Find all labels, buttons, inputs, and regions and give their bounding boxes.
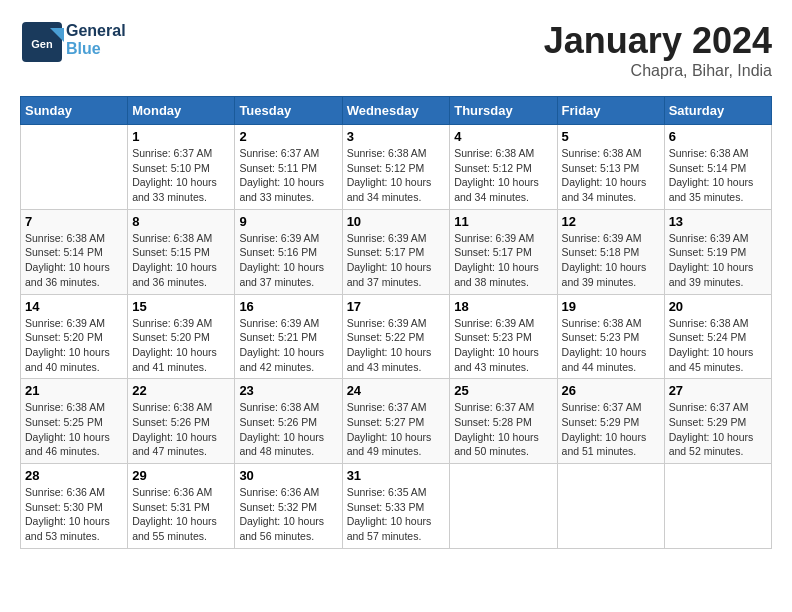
day-cell: 12Sunrise: 6:39 AMSunset: 5:18 PMDayligh… — [557, 209, 664, 294]
svg-text:Gen: Gen — [31, 38, 53, 50]
day-info: Sunrise: 6:37 AMSunset: 5:11 PMDaylight:… — [239, 146, 337, 205]
day-cell: 19Sunrise: 6:38 AMSunset: 5:23 PMDayligh… — [557, 294, 664, 379]
day-info: Sunrise: 6:39 AMSunset: 5:22 PMDaylight:… — [347, 316, 446, 375]
day-info: Sunrise: 6:38 AMSunset: 5:14 PMDaylight:… — [669, 146, 767, 205]
day-number: 16 — [239, 299, 337, 314]
day-info: Sunrise: 6:39 AMSunset: 5:17 PMDaylight:… — [454, 231, 552, 290]
day-cell — [557, 464, 664, 549]
day-info: Sunrise: 6:37 AMSunset: 5:28 PMDaylight:… — [454, 400, 552, 459]
day-number: 30 — [239, 468, 337, 483]
week-row-1: 1Sunrise: 6:37 AMSunset: 5:10 PMDaylight… — [21, 125, 772, 210]
day-cell: 3Sunrise: 6:38 AMSunset: 5:12 PMDaylight… — [342, 125, 450, 210]
day-cell: 30Sunrise: 6:36 AMSunset: 5:32 PMDayligh… — [235, 464, 342, 549]
day-cell: 23Sunrise: 6:38 AMSunset: 5:26 PMDayligh… — [235, 379, 342, 464]
day-cell: 8Sunrise: 6:38 AMSunset: 5:15 PMDaylight… — [128, 209, 235, 294]
day-info: Sunrise: 6:39 AMSunset: 5:16 PMDaylight:… — [239, 231, 337, 290]
day-number: 28 — [25, 468, 123, 483]
day-info: Sunrise: 6:38 AMSunset: 5:23 PMDaylight:… — [562, 316, 660, 375]
day-number: 4 — [454, 129, 552, 144]
day-cell: 1Sunrise: 6:37 AMSunset: 5:10 PMDaylight… — [128, 125, 235, 210]
day-number: 24 — [347, 383, 446, 398]
title-block: January 2024 Chapra, Bihar, India — [544, 20, 772, 80]
day-cell: 26Sunrise: 6:37 AMSunset: 5:29 PMDayligh… — [557, 379, 664, 464]
day-number: 2 — [239, 129, 337, 144]
day-cell: 22Sunrise: 6:38 AMSunset: 5:26 PMDayligh… — [128, 379, 235, 464]
day-number: 8 — [132, 214, 230, 229]
day-cell: 14Sunrise: 6:39 AMSunset: 5:20 PMDayligh… — [21, 294, 128, 379]
day-cell: 15Sunrise: 6:39 AMSunset: 5:20 PMDayligh… — [128, 294, 235, 379]
day-cell: 9Sunrise: 6:39 AMSunset: 5:16 PMDaylight… — [235, 209, 342, 294]
day-info: Sunrise: 6:39 AMSunset: 5:21 PMDaylight:… — [239, 316, 337, 375]
day-info: Sunrise: 6:36 AMSunset: 5:31 PMDaylight:… — [132, 485, 230, 544]
day-cell: 4Sunrise: 6:38 AMSunset: 5:12 PMDaylight… — [450, 125, 557, 210]
day-number: 21 — [25, 383, 123, 398]
day-cell: 16Sunrise: 6:39 AMSunset: 5:21 PMDayligh… — [235, 294, 342, 379]
day-info: Sunrise: 6:39 AMSunset: 5:20 PMDaylight:… — [132, 316, 230, 375]
day-cell: 27Sunrise: 6:37 AMSunset: 5:29 PMDayligh… — [664, 379, 771, 464]
day-info: Sunrise: 6:36 AMSunset: 5:32 PMDaylight:… — [239, 485, 337, 544]
day-number: 31 — [347, 468, 446, 483]
day-number: 27 — [669, 383, 767, 398]
day-number: 23 — [239, 383, 337, 398]
day-info: Sunrise: 6:37 AMSunset: 5:10 PMDaylight:… — [132, 146, 230, 205]
day-cell: 28Sunrise: 6:36 AMSunset: 5:30 PMDayligh… — [21, 464, 128, 549]
day-number: 10 — [347, 214, 446, 229]
day-number: 6 — [669, 129, 767, 144]
calendar-table: SundayMondayTuesdayWednesdayThursdayFrid… — [20, 96, 772, 549]
day-info: Sunrise: 6:38 AMSunset: 5:12 PMDaylight:… — [454, 146, 552, 205]
day-cell: 20Sunrise: 6:38 AMSunset: 5:24 PMDayligh… — [664, 294, 771, 379]
logo-icon: Gen — [20, 20, 60, 60]
week-row-5: 28Sunrise: 6:36 AMSunset: 5:30 PMDayligh… — [21, 464, 772, 549]
logo-text: General Blue — [66, 22, 126, 57]
day-number: 1 — [132, 129, 230, 144]
day-cell: 7Sunrise: 6:38 AMSunset: 5:14 PMDaylight… — [21, 209, 128, 294]
header-monday: Monday — [128, 97, 235, 125]
header-friday: Friday — [557, 97, 664, 125]
day-number: 5 — [562, 129, 660, 144]
day-cell: 25Sunrise: 6:37 AMSunset: 5:28 PMDayligh… — [450, 379, 557, 464]
day-cell: 24Sunrise: 6:37 AMSunset: 5:27 PMDayligh… — [342, 379, 450, 464]
day-number: 20 — [669, 299, 767, 314]
day-info: Sunrise: 6:37 AMSunset: 5:29 PMDaylight:… — [562, 400, 660, 459]
header-sunday: Sunday — [21, 97, 128, 125]
day-info: Sunrise: 6:38 AMSunset: 5:13 PMDaylight:… — [562, 146, 660, 205]
day-cell — [21, 125, 128, 210]
day-number: 22 — [132, 383, 230, 398]
header-thursday: Thursday — [450, 97, 557, 125]
day-info: Sunrise: 6:39 AMSunset: 5:20 PMDaylight:… — [25, 316, 123, 375]
header-tuesday: Tuesday — [235, 97, 342, 125]
day-cell: 18Sunrise: 6:39 AMSunset: 5:23 PMDayligh… — [450, 294, 557, 379]
header-saturday: Saturday — [664, 97, 771, 125]
day-info: Sunrise: 6:36 AMSunset: 5:30 PMDaylight:… — [25, 485, 123, 544]
day-number: 26 — [562, 383, 660, 398]
day-cell: 13Sunrise: 6:39 AMSunset: 5:19 PMDayligh… — [664, 209, 771, 294]
day-info: Sunrise: 6:39 AMSunset: 5:23 PMDaylight:… — [454, 316, 552, 375]
page-header: Gen General Blue January 2024 Chapra, Bi… — [20, 20, 772, 80]
day-cell: 21Sunrise: 6:38 AMSunset: 5:25 PMDayligh… — [21, 379, 128, 464]
day-number: 11 — [454, 214, 552, 229]
day-cell: 10Sunrise: 6:39 AMSunset: 5:17 PMDayligh… — [342, 209, 450, 294]
calendar-subtitle: Chapra, Bihar, India — [544, 62, 772, 80]
day-info: Sunrise: 6:38 AMSunset: 5:26 PMDaylight:… — [132, 400, 230, 459]
day-info: Sunrise: 6:39 AMSunset: 5:18 PMDaylight:… — [562, 231, 660, 290]
day-info: Sunrise: 6:37 AMSunset: 5:27 PMDaylight:… — [347, 400, 446, 459]
day-info: Sunrise: 6:38 AMSunset: 5:14 PMDaylight:… — [25, 231, 123, 290]
day-info: Sunrise: 6:38 AMSunset: 5:15 PMDaylight:… — [132, 231, 230, 290]
calendar-header-row: SundayMondayTuesdayWednesdayThursdayFrid… — [21, 97, 772, 125]
header-wednesday: Wednesday — [342, 97, 450, 125]
day-number: 3 — [347, 129, 446, 144]
day-number: 12 — [562, 214, 660, 229]
day-cell — [450, 464, 557, 549]
day-number: 29 — [132, 468, 230, 483]
day-cell: 11Sunrise: 6:39 AMSunset: 5:17 PMDayligh… — [450, 209, 557, 294]
day-cell: 31Sunrise: 6:35 AMSunset: 5:33 PMDayligh… — [342, 464, 450, 549]
day-number: 19 — [562, 299, 660, 314]
day-cell — [664, 464, 771, 549]
day-cell: 2Sunrise: 6:37 AMSunset: 5:11 PMDaylight… — [235, 125, 342, 210]
day-info: Sunrise: 6:39 AMSunset: 5:17 PMDaylight:… — [347, 231, 446, 290]
logo: Gen General Blue — [20, 20, 126, 60]
day-number: 14 — [25, 299, 123, 314]
week-row-4: 21Sunrise: 6:38 AMSunset: 5:25 PMDayligh… — [21, 379, 772, 464]
day-number: 17 — [347, 299, 446, 314]
day-number: 15 — [132, 299, 230, 314]
